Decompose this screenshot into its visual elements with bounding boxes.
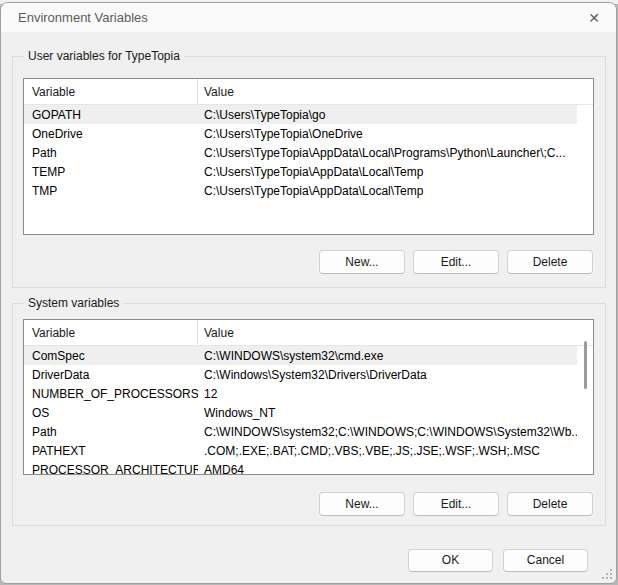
variable-value: C:\WINDOWS\system32\cmd.exe [198, 349, 577, 363]
table-row[interactable]: NUMBER_OF_PROCESSORS 12 [24, 384, 577, 403]
table-row[interactable]: TEMP C:\Users\TypeTopia\AppData\Local\Te… [24, 162, 577, 181]
user-delete-button[interactable]: Delete [507, 250, 593, 274]
table-row[interactable]: Path C:\WINDOWS\system32;C:\WINDOWS;C:\W… [24, 422, 577, 441]
variable-name: OS [24, 406, 198, 420]
variable-name: PATHEXT [24, 444, 198, 458]
system-variables-list: Variable Value ComSpec C:\WINDOWS\system… [23, 319, 594, 475]
system-variables-group-label: System variables [24, 296, 123, 311]
variable-name: Path [24, 146, 198, 160]
title-bar[interactable]: Environment Variables ✕ [1, 3, 616, 32]
resize-grip[interactable] [600, 567, 613, 580]
cancel-button[interactable]: Cancel [503, 549, 588, 572]
variable-value: C:\Users\TypeTopia\go [198, 108, 577, 122]
variable-value: Windows_NT [198, 406, 577, 420]
list-rows: GOPATH C:\Users\TypeTopia\go OneDrive C:… [24, 105, 593, 200]
ok-button[interactable]: OK [408, 549, 493, 572]
variable-value: C:\Users\TypeTopia\AppData\Local\Temp [198, 184, 577, 198]
variable-name: OneDrive [24, 127, 198, 141]
column-header-value[interactable]: Value [198, 326, 593, 340]
table-row[interactable]: PATHEXT .COM;.EXE;.BAT;.CMD;.VBS;.VBE;.J… [24, 441, 577, 460]
variable-name: TMP [24, 184, 198, 198]
user-new-button[interactable]: New... [319, 250, 405, 274]
close-icon[interactable]: ✕ [572, 3, 616, 32]
variable-value: C:\Users\TypeTopia\AppData\Local\Program… [198, 146, 577, 160]
table-row[interactable]: OS Windows_NT [24, 403, 577, 422]
variable-name: ComSpec [24, 349, 198, 363]
variable-value: .COM;.EXE;.BAT;.CMD;.VBS;.VBE;.JS;.JSE;.… [198, 444, 577, 458]
table-row[interactable]: ComSpec C:\WINDOWS\system32\cmd.exe [24, 346, 577, 365]
user-variables-group-label: User variables for TypeTopia [24, 49, 184, 64]
variable-value: AMD64 [198, 463, 577, 476]
variable-name: PROCESSOR_ARCHITECTURE [24, 463, 198, 476]
environment-variables-dialog: Environment Variables ✕ User variables f… [0, 2, 617, 584]
variable-value: C:\Users\TypeTopia\OneDrive [198, 127, 577, 141]
table-row[interactable]: GOPATH C:\Users\TypeTopia\go [24, 105, 577, 124]
column-header-variable[interactable]: Variable [24, 320, 198, 345]
variable-name: GOPATH [24, 108, 198, 122]
table-row[interactable]: PROCESSOR_ARCHITECTURE AMD64 [24, 460, 577, 475]
variable-name: Path [24, 425, 198, 439]
system-edit-button[interactable]: Edit... [413, 492, 499, 516]
list-header: Variable Value [24, 320, 593, 346]
variable-value: 12 [198, 387, 577, 401]
user-variables-list: Variable Value GOPATH C:\Users\TypeTopia… [23, 78, 594, 235]
table-row[interactable]: DriverData C:\Windows\System32\Drivers\D… [24, 365, 577, 384]
list-rows: ComSpec C:\WINDOWS\system32\cmd.exe Driv… [24, 346, 593, 475]
table-row[interactable]: OneDrive C:\Users\TypeTopia\OneDrive [24, 124, 577, 143]
variable-name: NUMBER_OF_PROCESSORS [24, 387, 198, 401]
vertical-scrollbar-thumb[interactable] [584, 341, 587, 389]
user-edit-button[interactable]: Edit... [413, 250, 499, 274]
variable-name: DriverData [24, 368, 198, 382]
variable-value: C:\Windows\System32\Drivers\DriverData [198, 368, 577, 382]
system-new-button[interactable]: New... [319, 492, 405, 516]
variable-value: C:\Users\TypeTopia\AppData\Local\Temp [198, 165, 577, 179]
variable-name: TEMP [24, 165, 198, 179]
window-title: Environment Variables [1, 10, 148, 25]
list-header: Variable Value [24, 79, 593, 105]
table-row[interactable]: Path C:\Users\TypeTopia\AppData\Local\Pr… [24, 143, 577, 162]
column-header-variable[interactable]: Variable [24, 79, 198, 104]
system-delete-button[interactable]: Delete [507, 492, 593, 516]
table-row[interactable]: TMP C:\Users\TypeTopia\AppData\Local\Tem… [24, 181, 577, 200]
column-header-value[interactable]: Value [198, 85, 593, 99]
variable-value: C:\WINDOWS\system32;C:\WINDOWS;C:\WINDOW… [198, 425, 577, 439]
